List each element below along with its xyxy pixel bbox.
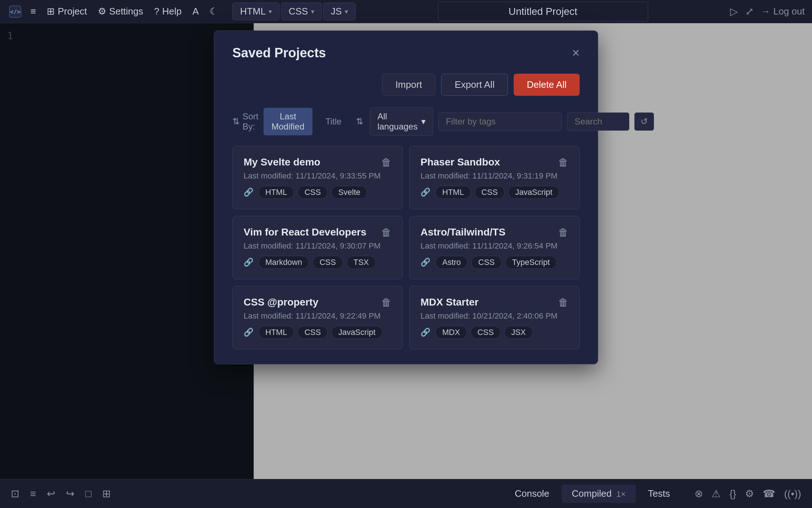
project-tag: CSS: [471, 326, 501, 339]
redo-icon[interactable]: ↪: [66, 488, 74, 500]
refresh-button[interactable]: ↺: [634, 112, 654, 131]
grid-icon[interactable]: ⊞: [102, 488, 111, 500]
css-tab[interactable]: CSS ▾: [281, 3, 322, 20]
sort-last-modified-button[interactable]: Last Modified: [264, 108, 312, 135]
project-grid: My Svelte demo 🗑 Last modified: 11/11/20…: [232, 146, 580, 349]
project-card[interactable]: CSS @property 🗑 Last modified: 11/11/202…: [232, 286, 403, 349]
tab-console[interactable]: Console: [505, 484, 559, 503]
notifications-icon[interactable]: ☎: [763, 488, 775, 500]
project-tag: CSS: [312, 256, 343, 269]
tag-filter-input[interactable]: [438, 112, 562, 131]
settings-icon[interactable]: ⚙: [745, 488, 754, 500]
tab-close-label[interactable]: 1×: [616, 489, 625, 499]
js-tab[interactable]: JS ▾: [323, 3, 356, 20]
lang-filter[interactable]: All languages ▾: [370, 107, 433, 136]
card-delete-button[interactable]: 🗑: [558, 226, 568, 238]
copy-icon[interactable]: □: [85, 488, 91, 500]
project-card[interactable]: Vim for React Developers 🗑 Last modified…: [232, 216, 403, 279]
settings-menu[interactable]: ⚙ Settings: [98, 6, 143, 17]
theme-icon: ☾: [210, 6, 218, 17]
modal-close-button[interactable]: ×: [572, 46, 580, 60]
card-header: Phaser Sandbox 🗑: [420, 156, 568, 168]
lang-tabs: HTML ▾ CSS ▾ JS ▾: [232, 3, 356, 20]
card-header: CSS @property 🗑: [244, 296, 392, 308]
card-modified: Last modified: 11/11/2024, 9:22:49 PM: [244, 311, 392, 321]
card-delete-button[interactable]: 🗑: [558, 156, 568, 168]
project-card[interactable]: Astro/Tailwind/TS 🗑 Last modified: 11/11…: [409, 216, 580, 279]
project-name-input[interactable]: [438, 2, 648, 21]
undo-icon[interactable]: ↩: [47, 488, 55, 500]
project-tag: JavaScript: [508, 186, 559, 199]
filter-row: ⇅ Sort By: Last Modified Title ⇅ All lan…: [232, 107, 580, 136]
list-icon[interactable]: ≡: [30, 488, 36, 500]
export-all-button[interactable]: Export All: [441, 74, 508, 96]
logout-button[interactable]: → Log out: [761, 6, 805, 17]
hamburger-menu[interactable]: ≡: [30, 6, 36, 17]
main-area: 1 Saved Projects × Import Export All Del…: [0, 23, 812, 479]
save-icon[interactable]: ⊗: [695, 488, 703, 500]
search-input[interactable]: [575, 116, 622, 127]
html-tab[interactable]: HTML ▾: [232, 3, 279, 20]
help-label: Help: [162, 6, 182, 17]
topbar-actions: ▷ ⤢: [730, 5, 754, 17]
expand-icon[interactable]: ⊡: [11, 488, 19, 500]
tab-tests-label: Tests: [648, 488, 670, 499]
card-delete-button[interactable]: 🗑: [558, 296, 568, 308]
sort-by-label: ⇅ Sort By:: [232, 111, 258, 132]
settings-icon: ⚙: [98, 6, 106, 17]
card-header: Vim for React Developers 🗑: [244, 226, 392, 238]
project-tag: JavaScript: [331, 326, 382, 339]
bottombar-icons-right: ⊗ ⚠ {} ⚙ ☎ ((•)): [695, 488, 801, 500]
card-delete-button[interactable]: 🗑: [381, 226, 392, 238]
card-title: CSS @property: [244, 296, 318, 308]
share-button[interactable]: ⤢: [745, 5, 754, 17]
project-tag: MDX: [435, 326, 467, 339]
search-box: [567, 112, 629, 131]
card-tags: 🔗 HTMLCSSJavaScript: [244, 326, 392, 339]
bottombar-left: ⊡ ≡ ↩ ↪ □ ⊞: [11, 488, 111, 500]
logo[interactable]: </>: [7, 4, 23, 20]
theme-toggle[interactable]: ☾: [210, 6, 218, 17]
css-tab-chevron: ▾: [311, 8, 314, 16]
delete-all-button[interactable]: Delete All: [514, 74, 580, 96]
js-tab-label: JS: [331, 6, 342, 17]
card-tags: 🔗 AstroCSSTypeScript: [420, 256, 568, 269]
settings-label: Settings: [109, 6, 143, 17]
project-menu[interactable]: ⊞ Project: [47, 6, 87, 17]
card-tags: 🔗 MDXCSSJSX: [420, 326, 568, 339]
modal-title: Saved Projects: [232, 45, 326, 61]
project-tag: CSS: [298, 186, 328, 199]
font-menu[interactable]: A: [192, 6, 199, 17]
help-icon: ?: [154, 6, 159, 17]
tab-compiled[interactable]: Compiled 1×: [562, 484, 635, 503]
card-title: Vim for React Developers: [244, 226, 366, 238]
project-tag: HTML: [435, 186, 471, 199]
card-delete-button[interactable]: 🗑: [381, 156, 392, 168]
card-header: Astro/Tailwind/TS 🗑: [420, 226, 568, 238]
project-card[interactable]: My Svelte demo 🗑 Last modified: 11/11/20…: [232, 146, 403, 209]
broadcast-icon[interactable]: ((•)): [784, 488, 801, 500]
tab-compiled-label: Compiled: [572, 488, 612, 499]
card-title: Phaser Sandbox: [420, 156, 500, 168]
help-menu[interactable]: ? Help: [154, 6, 182, 17]
project-tag: CSS: [475, 186, 505, 199]
sort-title-button[interactable]: Title: [318, 113, 349, 130]
tab-tests[interactable]: Tests: [638, 484, 680, 503]
run-button[interactable]: ▷: [730, 5, 738, 17]
import-button[interactable]: Import: [382, 74, 436, 96]
project-tag: Astro: [435, 256, 468, 269]
card-tags: 🔗 HTMLCSSJavaScript: [420, 186, 568, 199]
card-delete-button[interactable]: 🗑: [381, 296, 392, 308]
format-icon[interactable]: {}: [729, 488, 736, 500]
project-card[interactable]: MDX Starter 🗑 Last modified: 10/21/2024,…: [409, 286, 580, 349]
run-icon: ▷: [730, 5, 738, 17]
card-tags: 🔗 MarkdownCSSTSX: [244, 256, 392, 269]
sort-by-text: Sort By:: [243, 111, 258, 132]
modal-overlay: Saved Projects × Import Export All Delet…: [0, 23, 812, 479]
card-edit-icon: 🔗: [420, 258, 430, 267]
project-label: Project: [58, 6, 87, 17]
sort-direction-button[interactable]: ⇅: [355, 115, 365, 128]
warning-icon[interactable]: ⚠: [712, 488, 721, 500]
project-card[interactable]: Phaser Sandbox 🗑 Last modified: 11/11/20…: [409, 146, 580, 209]
tab-console-label: Console: [515, 488, 549, 499]
